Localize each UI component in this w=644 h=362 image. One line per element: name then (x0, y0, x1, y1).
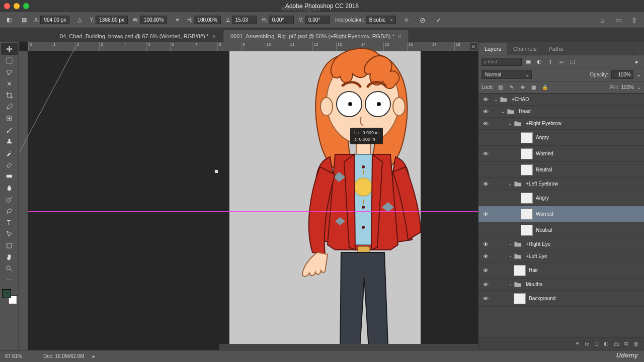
blend-mode-select[interactable]: Normal (481, 70, 532, 79)
eraser-tool[interactable] (1, 159, 18, 170)
h-value[interactable]: 100.00% (194, 16, 220, 24)
filter-adjust-icon[interactable]: ◐ (535, 57, 544, 66)
filter-type-icon[interactable]: T (546, 57, 555, 66)
visibility-toggle-icon[interactable]: 👁 (478, 267, 493, 274)
tab-paths[interactable]: Paths (543, 43, 569, 55)
share-icon[interactable]: ⇪ (629, 15, 640, 26)
panel-close-icon[interactable]: ✕ (470, 43, 477, 50)
vertical-ruler[interactable] (19, 51, 28, 350)
layer-row[interactable]: 👁Background (478, 291, 644, 307)
quick-select-tool[interactable] (1, 78, 18, 89)
layer-row[interactable]: 👁⌄+CHAD (478, 94, 644, 106)
close-tab-icon[interactable]: ✕ (212, 34, 216, 39)
y-value[interactable]: 1366.00 px (96, 16, 128, 24)
opacity-chevron-icon[interactable]: ⌄ (636, 71, 641, 78)
canvas[interactable]: I↔: 0.909 in ↕: 0.000 in (28, 51, 478, 350)
fill-value[interactable]: 100% (621, 84, 634, 90)
visibility-toggle-icon[interactable]: 👁 (478, 181, 493, 187)
layer-list[interactable]: 👁⌄+CHAD👁⌄Head👁⌄+Right EyebrowAngry👁Worri… (478, 94, 644, 337)
visibility-toggle-icon[interactable]: 👁 (478, 296, 493, 302)
lock-paint-icon[interactable]: ✎ (508, 84, 516, 90)
layer-row[interactable]: Angry (478, 190, 644, 206)
zoom-value[interactable]: 67.61% (5, 353, 35, 359)
history-brush-tool[interactable] (1, 147, 18, 159)
layer-row[interactable]: 👁Worried (478, 146, 644, 162)
marquee-tool[interactable] (1, 55, 18, 66)
opacity-value[interactable]: 100% (611, 70, 633, 79)
filter-pixel-icon[interactable]: ▣ (524, 57, 533, 66)
panel-menu-icon[interactable]: ≡ (633, 45, 644, 55)
commit-transform-icon[interactable]: ✓ (433, 15, 444, 26)
adjustment-layer-icon[interactable]: ◐ (604, 340, 609, 347)
arrange-icon[interactable]: ▭ (613, 15, 624, 26)
doc-size[interactable]: Doc: 16.0M/62.0M (43, 353, 85, 359)
lock-all-icon[interactable]: 🔒 (541, 84, 549, 90)
link-layers-icon[interactable]: ⚭ (575, 340, 580, 347)
link-wh-icon[interactable]: ⚭ (172, 15, 182, 25)
eyedropper-tool[interactable] (1, 101, 18, 113)
warp-mode-icon[interactable]: ✧ (401, 15, 412, 26)
layer-fx-icon[interactable]: fx (585, 341, 589, 347)
search-icon[interactable]: ⌕ (597, 15, 608, 26)
disclosure-icon[interactable]: ⌄ (507, 182, 514, 187)
status-chevron-icon[interactable]: ▸ (93, 353, 95, 359)
close-tab-icon[interactable]: ✕ (397, 34, 401, 39)
disclosure-icon[interactable]: ⌄ (500, 109, 507, 114)
gradient-tool[interactable] (1, 170, 18, 182)
filter-smart-icon[interactable]: ▢ (568, 57, 577, 66)
lock-position-icon[interactable]: ✥ (519, 84, 527, 90)
tab-channels[interactable]: Channels (507, 43, 542, 55)
disclosure-icon[interactable]: › (507, 282, 514, 287)
visibility-toggle-icon[interactable]: 👁 (478, 109, 493, 115)
transform-handle[interactable] (214, 169, 218, 173)
fill-chevron-icon[interactable]: ⌄ (637, 84, 641, 90)
layer-row[interactable]: Neutral (478, 162, 644, 178)
new-group-icon[interactable]: 🗀 (614, 341, 619, 347)
path-select-tool[interactable] (1, 228, 18, 240)
disclosure-icon[interactable]: › (507, 242, 514, 247)
stamp-tool[interactable] (1, 136, 18, 147)
visibility-toggle-icon[interactable]: 👁 (478, 241, 493, 247)
document-tab-1[interactable]: 0601_Assembling_Rig_pt7.psd @ 50% (+Righ… (223, 30, 409, 42)
layer-row[interactable]: Angry (478, 130, 644, 146)
edit-toolbar-icon[interactable]: ⋯ (1, 275, 18, 286)
visibility-toggle-icon[interactable]: 👁 (478, 121, 493, 127)
pen-tool[interactable] (1, 205, 18, 217)
delete-layer-icon[interactable]: 🗑 (633, 341, 639, 347)
hskew-value[interactable]: 0.00° (269, 16, 294, 24)
layer-row[interactable]: 👁⌄Head (478, 106, 644, 118)
visibility-toggle-icon[interactable]: 👁 (478, 282, 493, 288)
x-value[interactable]: 904.00 px (40, 16, 69, 24)
shape-tool[interactable] (1, 240, 18, 251)
disclosure-icon[interactable]: › (507, 254, 514, 259)
layer-row[interactable]: 👁›+Right Eye (478, 238, 644, 250)
layer-filter-select[interactable]: ρ Kind (481, 58, 522, 66)
layer-row[interactable]: 👁Hair (478, 262, 644, 279)
swap-xy-icon[interactable]: △ (74, 15, 85, 25)
layer-mask-icon[interactable]: ◻ (594, 340, 599, 347)
zoom-tool[interactable] (1, 263, 18, 275)
filter-shape-icon[interactable]: ▱ (557, 57, 566, 66)
hand-tool[interactable] (1, 251, 18, 263)
angle-value[interactable]: 15.03 (232, 16, 257, 24)
layer-row[interactable]: 👁Worried (478, 206, 644, 222)
new-layer-icon[interactable]: ⧉ (624, 340, 628, 347)
disclosure-icon[interactable]: ⌄ (507, 121, 514, 126)
w-value[interactable]: 100.00% (140, 16, 167, 24)
reference-point-icon[interactable]: ▦ (19, 15, 29, 25)
dodge-tool[interactable] (1, 194, 18, 205)
layer-row[interactable]: Neutral (478, 222, 644, 238)
vskew-value[interactable]: 0.00° (305, 16, 330, 24)
tab-layers[interactable]: Layers (478, 43, 507, 55)
layer-row[interactable]: 👁›Mouths (478, 279, 644, 291)
lock-transparent-icon[interactable]: ▨ (497, 84, 505, 90)
cancel-transform-icon[interactable]: ⊘ (417, 15, 428, 26)
type-tool[interactable]: T (1, 217, 18, 228)
visibility-toggle-icon[interactable]: 👁 (478, 151, 493, 157)
visibility-toggle-icon[interactable]: 👁 (478, 253, 493, 259)
lasso-tool[interactable] (1, 66, 18, 78)
transform-tool-icon[interactable]: ◧ (4, 15, 14, 25)
color-swatches[interactable] (2, 289, 17, 304)
close-window-icon[interactable] (4, 3, 10, 9)
move-tool[interactable] (1, 43, 18, 55)
